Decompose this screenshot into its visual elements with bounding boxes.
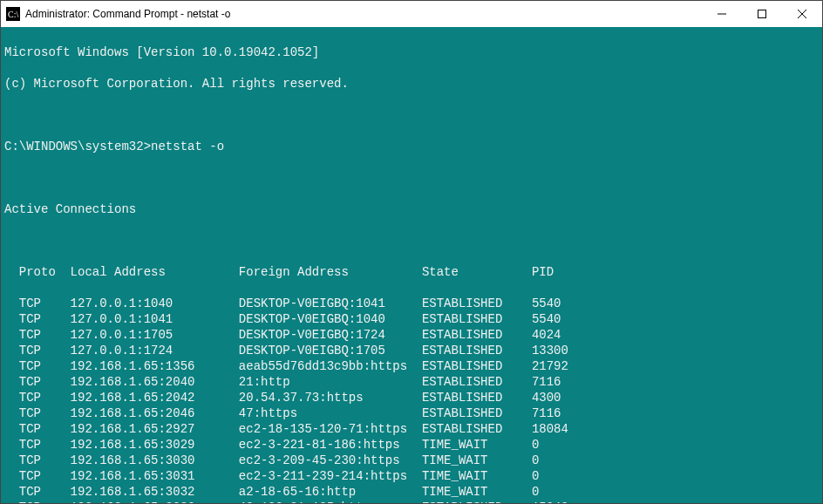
table-row: TCP 127.0.0.1:1705 DESKTOP-V0EIGBQ:1724 … [4, 327, 819, 343]
copyright-line: (c) Microsoft Corporation. All rights re… [4, 76, 819, 92]
svg-text:C:\: C:\ [8, 10, 18, 19]
terminal-output[interactable]: Microsoft Windows [Version 10.0.19042.10… [1, 27, 822, 503]
table-row: TCP 192.168.1.65:2042 20.54.37.73:https … [4, 390, 819, 405]
table-row: TCP 192.168.1.65:3031 ec2-3-211-239-214:… [4, 468, 819, 484]
prompt-line: C:\WINDOWS\system32>netstat -o [4, 139, 819, 154]
prompt-path: C:\WINDOWS\system32> [4, 140, 151, 153]
table-row: TCP 192.168.1.65:3032 a2-18-65-16:http T… [4, 484, 819, 500]
window-titlebar: C:\ Administrator: Command Prompt - nets… [1, 1, 822, 27]
table-row: TCP 192.168.1.65:3029 ec2-3-221-81-186:h… [4, 437, 819, 453]
minimize-button[interactable] [702, 1, 742, 27]
window-title: Administrator: Command Prompt - netstat … [25, 8, 230, 20]
svg-rect-3 [758, 10, 766, 18]
table-row: TCP 127.0.0.1:1724 DESKTOP-V0EIGBQ:1705 … [4, 343, 819, 358]
table-header: Proto Local Address Foreign Address Stat… [4, 264, 819, 280]
prompt-command: netstat -o [151, 140, 224, 153]
cmd-icon: C:\ [6, 7, 20, 21]
blank-line [4, 107, 819, 123]
table-row: TCP 192.168.1.65:2040 21:http ESTABLISHE… [4, 374, 819, 390]
table-row: TCP 192.168.1.65:1356 aeab55d76dd13c9bb:… [4, 358, 819, 374]
table-row: TCP 192.168.1.65:2927 ec2-18-135-120-71:… [4, 421, 819, 437]
table-row: TCP 127.0.0.1:1041 DESKTOP-V0EIGBQ:1040 … [4, 311, 819, 327]
blank-line [4, 170, 819, 186]
section-title: Active Connections [4, 201, 819, 217]
table-row: TCP 192.168.1.65:3036 40.126.31.135:http… [4, 500, 819, 503]
table-row: TCP 192.168.1.65:3030 ec2-3-209-45-230:h… [4, 453, 819, 468]
table-row: TCP 192.168.1.65:2046 47:https ESTABLISH… [4, 405, 819, 421]
blank-line [4, 233, 819, 249]
table-row: TCP 127.0.0.1:1040 DESKTOP-V0EIGBQ:1041 … [4, 296, 819, 311]
maximize-button[interactable] [742, 1, 782, 27]
close-button[interactable] [782, 1, 822, 27]
version-line: Microsoft Windows [Version 10.0.19042.10… [4, 44, 819, 60]
